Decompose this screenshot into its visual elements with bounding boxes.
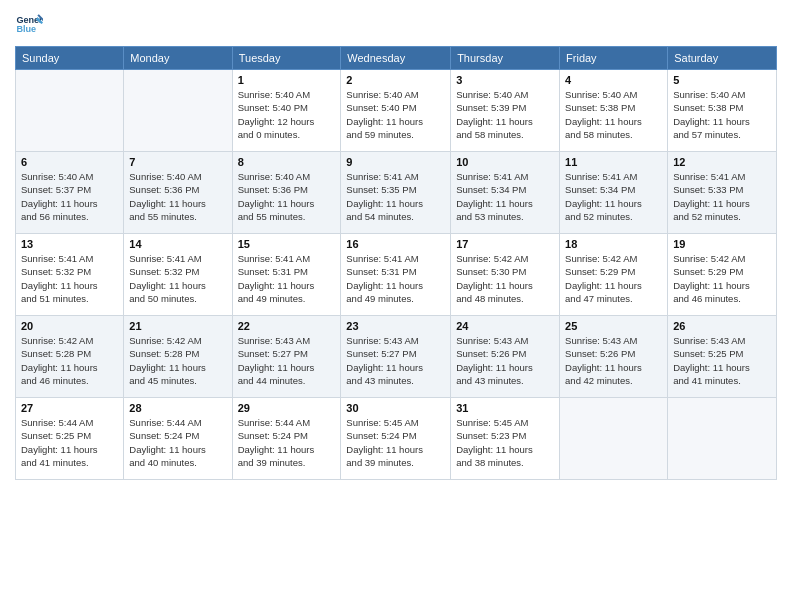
day-info: Sunrise: 5:43 AMSunset: 5:27 PMDaylight:… (346, 334, 445, 387)
week-row-3: 13Sunrise: 5:41 AMSunset: 5:32 PMDayligh… (16, 234, 777, 316)
day-number: 27 (21, 402, 118, 414)
calendar-cell: 16Sunrise: 5:41 AMSunset: 5:31 PMDayligh… (341, 234, 451, 316)
day-number: 26 (673, 320, 771, 332)
day-number: 17 (456, 238, 554, 250)
calendar-cell: 2Sunrise: 5:40 AMSunset: 5:40 PMDaylight… (341, 70, 451, 152)
header-cell-tuesday: Tuesday (232, 47, 341, 70)
day-number: 12 (673, 156, 771, 168)
calendar-cell (16, 70, 124, 152)
day-info: Sunrise: 5:43 AMSunset: 5:26 PMDaylight:… (565, 334, 662, 387)
day-number: 3 (456, 74, 554, 86)
calendar-cell: 23Sunrise: 5:43 AMSunset: 5:27 PMDayligh… (341, 316, 451, 398)
logo: General Blue (15, 10, 47, 38)
day-info: Sunrise: 5:45 AMSunset: 5:23 PMDaylight:… (456, 416, 554, 469)
calendar-cell: 21Sunrise: 5:42 AMSunset: 5:28 PMDayligh… (124, 316, 232, 398)
calendar-cell: 29Sunrise: 5:44 AMSunset: 5:24 PMDayligh… (232, 398, 341, 480)
day-info: Sunrise: 5:42 AMSunset: 5:29 PMDaylight:… (565, 252, 662, 305)
day-number: 31 (456, 402, 554, 414)
day-info: Sunrise: 5:40 AMSunset: 5:40 PMDaylight:… (238, 88, 336, 141)
calendar-cell: 10Sunrise: 5:41 AMSunset: 5:34 PMDayligh… (451, 152, 560, 234)
day-number: 20 (21, 320, 118, 332)
calendar-cell: 24Sunrise: 5:43 AMSunset: 5:26 PMDayligh… (451, 316, 560, 398)
calendar-cell: 11Sunrise: 5:41 AMSunset: 5:34 PMDayligh… (560, 152, 668, 234)
day-info: Sunrise: 5:41 AMSunset: 5:31 PMDaylight:… (238, 252, 336, 305)
day-info: Sunrise: 5:40 AMSunset: 5:38 PMDaylight:… (673, 88, 771, 141)
day-number: 18 (565, 238, 662, 250)
day-number: 6 (21, 156, 118, 168)
day-number: 25 (565, 320, 662, 332)
day-number: 7 (129, 156, 226, 168)
calendar-cell: 28Sunrise: 5:44 AMSunset: 5:24 PMDayligh… (124, 398, 232, 480)
page-container: General Blue SundayMondayTuesdayWednesda… (0, 0, 792, 490)
day-info: Sunrise: 5:40 AMSunset: 5:37 PMDaylight:… (21, 170, 118, 223)
day-number: 9 (346, 156, 445, 168)
day-number: 2 (346, 74, 445, 86)
day-number: 8 (238, 156, 336, 168)
day-info: Sunrise: 5:42 AMSunset: 5:30 PMDaylight:… (456, 252, 554, 305)
day-info: Sunrise: 5:40 AMSunset: 5:40 PMDaylight:… (346, 88, 445, 141)
day-info: Sunrise: 5:41 AMSunset: 5:34 PMDaylight:… (565, 170, 662, 223)
day-number: 4 (565, 74, 662, 86)
day-number: 10 (456, 156, 554, 168)
calendar-cell: 25Sunrise: 5:43 AMSunset: 5:26 PMDayligh… (560, 316, 668, 398)
day-number: 14 (129, 238, 226, 250)
calendar-cell: 3Sunrise: 5:40 AMSunset: 5:39 PMDaylight… (451, 70, 560, 152)
calendar-cell: 4Sunrise: 5:40 AMSunset: 5:38 PMDaylight… (560, 70, 668, 152)
day-info: Sunrise: 5:41 AMSunset: 5:33 PMDaylight:… (673, 170, 771, 223)
day-info: Sunrise: 5:42 AMSunset: 5:28 PMDaylight:… (129, 334, 226, 387)
day-info: Sunrise: 5:43 AMSunset: 5:26 PMDaylight:… (456, 334, 554, 387)
day-number: 16 (346, 238, 445, 250)
calendar-cell (560, 398, 668, 480)
calendar-cell: 17Sunrise: 5:42 AMSunset: 5:30 PMDayligh… (451, 234, 560, 316)
calendar-cell: 12Sunrise: 5:41 AMSunset: 5:33 PMDayligh… (668, 152, 777, 234)
calendar-table: SundayMondayTuesdayWednesdayThursdayFrid… (15, 46, 777, 480)
calendar-cell: 5Sunrise: 5:40 AMSunset: 5:38 PMDaylight… (668, 70, 777, 152)
svg-text:Blue: Blue (16, 24, 36, 34)
header-cell-monday: Monday (124, 47, 232, 70)
day-number: 15 (238, 238, 336, 250)
day-info: Sunrise: 5:40 AMSunset: 5:36 PMDaylight:… (238, 170, 336, 223)
week-row-2: 6Sunrise: 5:40 AMSunset: 5:37 PMDaylight… (16, 152, 777, 234)
day-info: Sunrise: 5:44 AMSunset: 5:24 PMDaylight:… (238, 416, 336, 469)
calendar-cell: 26Sunrise: 5:43 AMSunset: 5:25 PMDayligh… (668, 316, 777, 398)
header: General Blue (15, 10, 777, 38)
day-info: Sunrise: 5:40 AMSunset: 5:39 PMDaylight:… (456, 88, 554, 141)
day-info: Sunrise: 5:41 AMSunset: 5:32 PMDaylight:… (21, 252, 118, 305)
day-info: Sunrise: 5:42 AMSunset: 5:29 PMDaylight:… (673, 252, 771, 305)
day-number: 5 (673, 74, 771, 86)
day-info: Sunrise: 5:41 AMSunset: 5:34 PMDaylight:… (456, 170, 554, 223)
calendar-cell: 7Sunrise: 5:40 AMSunset: 5:36 PMDaylight… (124, 152, 232, 234)
calendar-cell: 22Sunrise: 5:43 AMSunset: 5:27 PMDayligh… (232, 316, 341, 398)
header-cell-saturday: Saturday (668, 47, 777, 70)
calendar-cell: 8Sunrise: 5:40 AMSunset: 5:36 PMDaylight… (232, 152, 341, 234)
header-cell-sunday: Sunday (16, 47, 124, 70)
day-number: 30 (346, 402, 445, 414)
day-info: Sunrise: 5:43 AMSunset: 5:25 PMDaylight:… (673, 334, 771, 387)
calendar-cell: 6Sunrise: 5:40 AMSunset: 5:37 PMDaylight… (16, 152, 124, 234)
header-cell-friday: Friday (560, 47, 668, 70)
day-info: Sunrise: 5:44 AMSunset: 5:25 PMDaylight:… (21, 416, 118, 469)
day-number: 11 (565, 156, 662, 168)
day-number: 29 (238, 402, 336, 414)
day-info: Sunrise: 5:42 AMSunset: 5:28 PMDaylight:… (21, 334, 118, 387)
day-info: Sunrise: 5:41 AMSunset: 5:31 PMDaylight:… (346, 252, 445, 305)
day-info: Sunrise: 5:43 AMSunset: 5:27 PMDaylight:… (238, 334, 336, 387)
logo-icon: General Blue (15, 10, 43, 38)
week-row-1: 1Sunrise: 5:40 AMSunset: 5:40 PMDaylight… (16, 70, 777, 152)
day-number: 13 (21, 238, 118, 250)
day-number: 28 (129, 402, 226, 414)
day-number: 21 (129, 320, 226, 332)
calendar-cell: 1Sunrise: 5:40 AMSunset: 5:40 PMDaylight… (232, 70, 341, 152)
day-info: Sunrise: 5:40 AMSunset: 5:38 PMDaylight:… (565, 88, 662, 141)
day-number: 24 (456, 320, 554, 332)
calendar-cell: 19Sunrise: 5:42 AMSunset: 5:29 PMDayligh… (668, 234, 777, 316)
calendar-cell: 13Sunrise: 5:41 AMSunset: 5:32 PMDayligh… (16, 234, 124, 316)
calendar-cell: 27Sunrise: 5:44 AMSunset: 5:25 PMDayligh… (16, 398, 124, 480)
day-number: 19 (673, 238, 771, 250)
day-number: 23 (346, 320, 445, 332)
week-row-5: 27Sunrise: 5:44 AMSunset: 5:25 PMDayligh… (16, 398, 777, 480)
calendar-cell (124, 70, 232, 152)
week-row-4: 20Sunrise: 5:42 AMSunset: 5:28 PMDayligh… (16, 316, 777, 398)
calendar-cell: 20Sunrise: 5:42 AMSunset: 5:28 PMDayligh… (16, 316, 124, 398)
calendar-cell: 14Sunrise: 5:41 AMSunset: 5:32 PMDayligh… (124, 234, 232, 316)
